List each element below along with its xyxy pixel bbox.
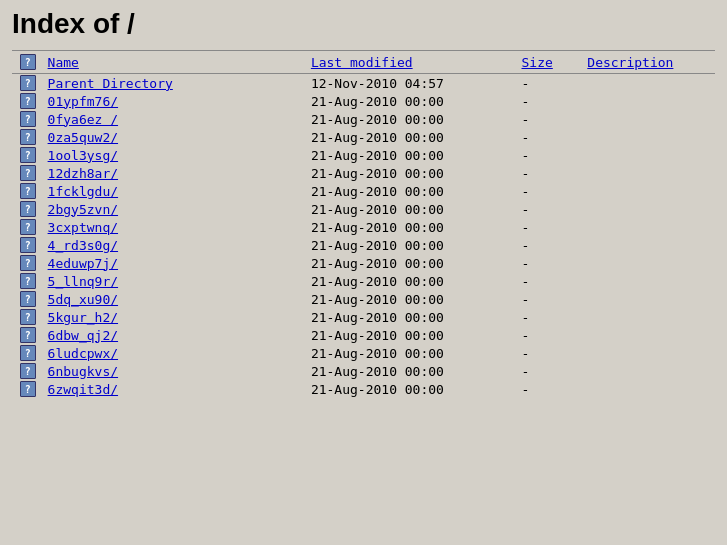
file-link[interactable]: 1fcklgdu/ [48, 184, 118, 199]
row-icon-cell: ? [12, 110, 44, 128]
row-icon-cell: ? [12, 362, 44, 380]
row-name[interactable]: 6zwqit3d/ [44, 380, 307, 398]
table-row: ?01ypfm76/21-Aug-2010 00:00- [12, 92, 715, 110]
file-link[interactable]: 6dbw_qj2/ [48, 328, 118, 343]
row-size: - [518, 272, 584, 290]
row-icon-cell: ? [12, 344, 44, 362]
file-link[interactable]: 0fya6ez / [48, 112, 118, 127]
col-header-description[interactable]: Description [583, 51, 715, 74]
table-row: ?0za5quw2/21-Aug-2010 00:00- [12, 128, 715, 146]
file-link[interactable]: 6ludcpwx/ [48, 346, 118, 361]
row-size: - [518, 362, 584, 380]
row-description [583, 254, 715, 272]
file-link[interactable]: 3cxptwnq/ [48, 220, 118, 235]
file-link[interactable]: 5dq_xu90/ [48, 292, 118, 307]
row-name[interactable]: 6dbw_qj2/ [44, 326, 307, 344]
row-icon-cell: ? [12, 74, 44, 93]
row-name[interactable]: 5_llnq9r/ [44, 272, 307, 290]
row-name[interactable]: 12dzh8ar/ [44, 164, 307, 182]
row-description [583, 308, 715, 326]
row-size: - [518, 290, 584, 308]
folder-icon: ? [20, 273, 36, 289]
row-name[interactable]: 5kgur_h2/ [44, 308, 307, 326]
folder-icon: ? [20, 345, 36, 361]
row-description [583, 146, 715, 164]
row-name[interactable]: 4eduwp7j/ [44, 254, 307, 272]
folder-icon: ? [20, 147, 36, 163]
table-row: ?5dq_xu90/21-Aug-2010 00:00- [12, 290, 715, 308]
folder-icon: ? [20, 75, 36, 91]
row-name[interactable]: 1ool3ysg/ [44, 146, 307, 164]
file-link[interactable]: 4eduwp7j/ [48, 256, 118, 271]
row-name[interactable]: 1fcklgdu/ [44, 182, 307, 200]
row-size: - [518, 74, 584, 93]
table-row: ?6nbugkvs/21-Aug-2010 00:00- [12, 362, 715, 380]
row-icon-cell: ? [12, 218, 44, 236]
row-name[interactable]: 6nbugkvs/ [44, 362, 307, 380]
row-icon-cell: ? [12, 200, 44, 218]
row-name[interactable]: Parent Directory [44, 74, 307, 93]
table-row: ?6zwqit3d/21-Aug-2010 00:00- [12, 380, 715, 398]
row-description [583, 362, 715, 380]
file-link[interactable]: 12dzh8ar/ [48, 166, 118, 181]
row-icon-cell: ? [12, 92, 44, 110]
row-icon-cell: ? [12, 128, 44, 146]
row-size: - [518, 218, 584, 236]
file-link[interactable]: 5kgur_h2/ [48, 310, 118, 325]
folder-icon: ? [20, 129, 36, 145]
row-icon-cell: ? [12, 308, 44, 326]
folder-icon: ? [20, 309, 36, 325]
row-name[interactable]: 3cxptwnq/ [44, 218, 307, 236]
row-modified: 21-Aug-2010 00:00 [307, 272, 518, 290]
file-link[interactable]: 4_rd3s0g/ [48, 238, 118, 253]
table-row: ?3cxptwnq/21-Aug-2010 00:00- [12, 218, 715, 236]
row-description [583, 326, 715, 344]
file-link[interactable]: 5_llnq9r/ [48, 274, 118, 289]
folder-icon: ? [20, 93, 36, 109]
row-modified: 21-Aug-2010 00:00 [307, 236, 518, 254]
col-header-size[interactable]: Size [518, 51, 584, 74]
row-name[interactable]: 4_rd3s0g/ [44, 236, 307, 254]
folder-icon: ? [20, 165, 36, 181]
row-description [583, 182, 715, 200]
sort-desc-link[interactable]: Description [587, 55, 673, 70]
row-icon-cell: ? [12, 326, 44, 344]
row-description [583, 380, 715, 398]
folder-icon: ? [20, 381, 36, 397]
file-link[interactable]: Parent Directory [48, 76, 173, 91]
file-link[interactable]: 01ypfm76/ [48, 94, 118, 109]
row-name[interactable]: 2bgy5zvn/ [44, 200, 307, 218]
row-modified: 21-Aug-2010 00:00 [307, 182, 518, 200]
row-description [583, 164, 715, 182]
file-link[interactable]: 6nbugkvs/ [48, 364, 118, 379]
row-modified: 21-Aug-2010 00:00 [307, 164, 518, 182]
row-name[interactable]: 5dq_xu90/ [44, 290, 307, 308]
row-modified: 21-Aug-2010 00:00 [307, 92, 518, 110]
folder-icon: ? [20, 291, 36, 307]
sort-modified-link[interactable]: Last modified [311, 55, 413, 70]
table-row: ?6dbw_qj2/21-Aug-2010 00:00- [12, 326, 715, 344]
table-row: ?4eduwp7j/21-Aug-2010 00:00- [12, 254, 715, 272]
row-modified: 21-Aug-2010 00:00 [307, 326, 518, 344]
file-link[interactable]: 1ool3ysg/ [48, 148, 118, 163]
folder-icon: ? [20, 363, 36, 379]
row-description [583, 218, 715, 236]
file-link[interactable]: 2bgy5zvn/ [48, 202, 118, 217]
row-name[interactable]: 01ypfm76/ [44, 92, 307, 110]
table-row: ?5kgur_h2/21-Aug-2010 00:00- [12, 308, 715, 326]
row-name[interactable]: 6ludcpwx/ [44, 344, 307, 362]
row-size: - [518, 380, 584, 398]
row-size: - [518, 344, 584, 362]
file-link[interactable]: 0za5quw2/ [48, 130, 118, 145]
sort-size-link[interactable]: Size [522, 55, 553, 70]
row-name[interactable]: 0fya6ez / [44, 110, 307, 128]
file-link[interactable]: 6zwqit3d/ [48, 382, 118, 397]
row-modified: 21-Aug-2010 00:00 [307, 362, 518, 380]
row-name[interactable]: 0za5quw2/ [44, 128, 307, 146]
sort-name-link[interactable]: Name [48, 55, 79, 70]
col-header-modified[interactable]: Last modified [307, 51, 518, 74]
row-size: - [518, 254, 584, 272]
row-description [583, 74, 715, 93]
col-header-name[interactable]: Name [44, 51, 307, 74]
folder-icon: ? [20, 183, 36, 199]
